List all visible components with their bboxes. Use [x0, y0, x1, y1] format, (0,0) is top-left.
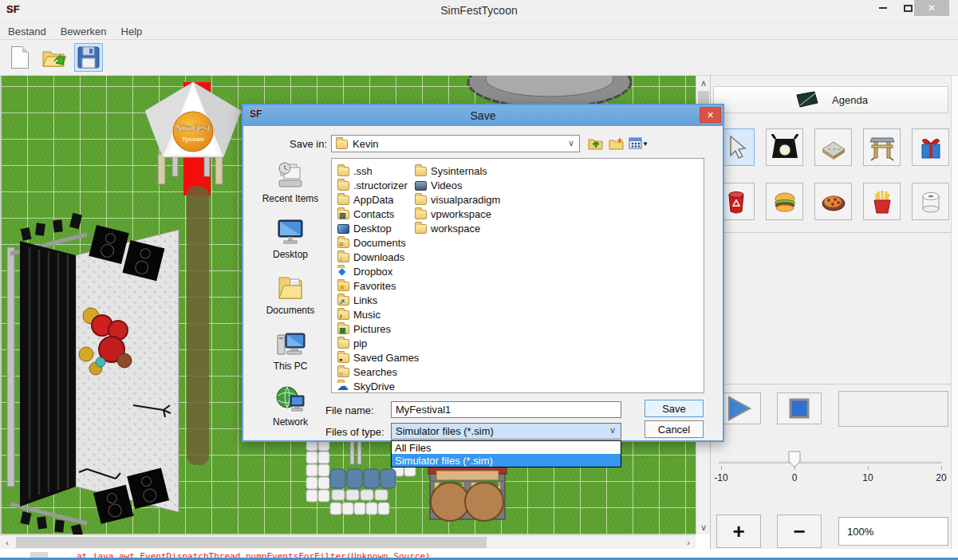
- file-name: pip: [353, 337, 367, 349]
- game-horizontal-scrollbar[interactable]: ‹ ›: [0, 534, 696, 549]
- file-item[interactable]: Desktop: [337, 221, 392, 235]
- file-item[interactable]: Pictures: [337, 321, 391, 336]
- new-folder-button[interactable]: [607, 134, 626, 153]
- tool-gift[interactable]: [912, 128, 949, 166]
- file-name: Searches: [353, 366, 397, 378]
- agenda-button[interactable]: Agenda: [713, 86, 948, 113]
- tool-fries[interactable]: [863, 183, 901, 220]
- tool-wooden-gate[interactable]: [863, 128, 901, 166]
- file-item[interactable]: Favorites: [337, 278, 396, 293]
- place-label: Desktop: [273, 249, 308, 260]
- file-item[interactable]: SkyDrive: [337, 379, 395, 393]
- scroll-up-icon[interactable]: ∧: [696, 76, 711, 90]
- folder-icon: [337, 339, 349, 349]
- file-item[interactable]: .ssh: [337, 164, 373, 178]
- file-item[interactable]: AppData: [337, 192, 394, 207]
- spotlight-icon: [771, 134, 798, 161]
- file-name: Contacts: [353, 208, 394, 220]
- view-menu-icon: [628, 136, 644, 152]
- folder-icon: [415, 210, 427, 219]
- zoom-level-field[interactable]: 100%: [838, 517, 948, 546]
- file-item[interactable]: vpworkspace: [415, 207, 491, 221]
- file-name: vpworkspace: [431, 208, 491, 220]
- links-icon: [337, 296, 349, 306]
- file-item[interactable]: Music: [337, 307, 380, 321]
- scroll-down-icon[interactable]: ∨: [696, 520, 711, 534]
- file-item[interactable]: pip: [337, 336, 367, 350]
- stop-button[interactable]: [777, 392, 822, 424]
- stop-icon: [788, 397, 810, 420]
- files-of-type-combobox[interactable]: Simulator files (*.sim) ∨: [391, 423, 621, 440]
- place-documents[interactable]: Documents: [255, 273, 325, 324]
- folder-icon: [337, 210, 349, 219]
- file-item[interactable]: .structorizer: [337, 178, 408, 192]
- file-item[interactable]: Videos: [415, 178, 463, 192]
- tool-road-tile[interactable]: [814, 128, 852, 166]
- place-this-pc[interactable]: This PC: [255, 329, 325, 380]
- file-item[interactable]: visualparadigm: [415, 192, 500, 207]
- tool-toilet-paper[interactable]: [912, 183, 949, 220]
- place-label: This PC: [274, 361, 308, 372]
- chevron-down-icon: ∨: [568, 138, 574, 148]
- place-recent-items[interactable]: Recent Items: [255, 161, 325, 212]
- panel-scroll-strip[interactable]: [951, 76, 958, 549]
- dialog-cancel-button[interactable]: Cancel: [645, 420, 704, 438]
- pizza-icon: [820, 188, 847, 215]
- new-file-button[interactable]: [6, 43, 34, 72]
- zoom-out-button[interactable]: −: [777, 515, 822, 548]
- file-item[interactable]: workspace: [415, 221, 480, 235]
- menu-bewerken[interactable]: Bewerken: [61, 26, 107, 37]
- menu-help[interactable]: Help: [121, 26, 143, 37]
- file-item[interactable]: Saved Games: [337, 350, 419, 365]
- tick-label: 0: [780, 472, 809, 483]
- road-tile-icon: [820, 134, 847, 161]
- close-button[interactable]: ✕: [914, 0, 949, 16]
- horizontal-scroll-thumb[interactable]: [16, 537, 487, 548]
- open-file-button[interactable]: [40, 43, 69, 72]
- tool-spotlight[interactable]: [766, 128, 803, 166]
- file-item[interactable]: Sysinternals: [415, 164, 487, 178]
- folder-icon: [337, 195, 349, 205]
- file-name: Music: [353, 309, 380, 321]
- save-label: Save: [662, 403, 686, 415]
- file-item[interactable]: Dropbox: [337, 264, 392, 278]
- tick: [868, 466, 869, 470]
- tool-burger[interactable]: [766, 183, 803, 220]
- file-item[interactable]: Documents: [337, 235, 406, 250]
- file-name: Favorites: [353, 280, 396, 292]
- speed-slider-track[interactable]: [719, 461, 942, 463]
- tick: [941, 466, 942, 470]
- svg-text:SimFest: SimFest: [176, 123, 211, 132]
- dialog-title-bar[interactable]: SF Save ✕: [243, 105, 723, 126]
- place-desktop[interactable]: Desktop: [255, 217, 325, 268]
- panel-separator: [711, 384, 951, 385]
- downloads-icon: [337, 253, 349, 262]
- place-network[interactable]: Network: [255, 385, 325, 436]
- file-item[interactable]: Links: [337, 293, 377, 307]
- dropdown-option-simulator-files[interactable]: Simulator files (*.sim): [392, 454, 621, 467]
- tick: [721, 466, 722, 470]
- up-one-level-button[interactable]: [586, 134, 605, 153]
- file-name-input[interactable]: [391, 401, 621, 418]
- menu-bestand[interactable]: Bestand: [8, 26, 46, 37]
- dialog-close-button[interactable]: ✕: [700, 107, 721, 123]
- desktop-icon: [337, 224, 349, 234]
- folder-icon: [337, 167, 349, 176]
- dropdown-option-all-files[interactable]: All Files: [392, 441, 621, 454]
- status-box: [838, 391, 948, 427]
- scroll-right-icon[interactable]: ›: [681, 535, 696, 550]
- tool-pizza[interactable]: [814, 183, 852, 220]
- panel-separator: [711, 232, 951, 233]
- files-of-type-label: Files of type:: [325, 426, 384, 438]
- minimize-button[interactable]: [872, 0, 894, 16]
- file-item[interactable]: Contacts: [337, 207, 394, 221]
- scroll-left-icon[interactable]: ‹: [0, 535, 14, 550]
- save-button[interactable]: [74, 43, 103, 72]
- file-item[interactable]: Searches: [337, 365, 397, 379]
- file-list[interactable]: .ssh .structorizer AppData Contacts Desk…: [331, 158, 704, 393]
- file-item[interactable]: Downloads: [337, 250, 404, 264]
- zoom-in-button[interactable]: +: [716, 515, 761, 548]
- burger-icon: [771, 188, 798, 215]
- save-in-combobox[interactable]: Kevin ∨: [331, 135, 580, 152]
- dialog-save-button[interactable]: Save: [645, 400, 704, 417]
